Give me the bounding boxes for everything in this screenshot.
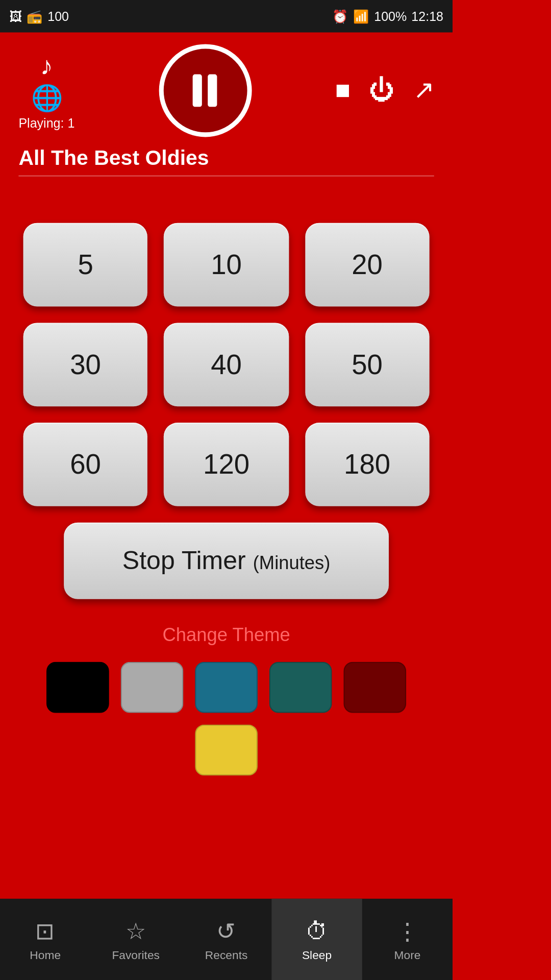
nav-item-favorites[interactable]: ☆ Favorites — [90, 899, 181, 980]
theme-swatch-darkred[interactable] — [343, 662, 406, 713]
timer-btn-50[interactable]: 50 — [305, 323, 430, 406]
nav-item-sleep[interactable]: ⏱ Sleep — [271, 899, 362, 980]
change-theme-label: Change Theme — [162, 625, 290, 646]
alarm-icon: ⏰ — [332, 9, 348, 24]
stop-timer-button[interactable]: Stop Timer (Minutes) — [64, 523, 389, 599]
header-left-icons: ♪ 🌐 Playing: 1 — [18, 51, 74, 130]
nav-label-sleep: Sleep — [302, 948, 332, 961]
signal-strength: 100 — [47, 9, 69, 23]
header-center — [159, 44, 252, 137]
globe-icon[interactable]: 🌐 — [31, 84, 62, 114]
pause-button[interactable] — [159, 44, 252, 137]
theme-swatch-yellow[interactable] — [195, 725, 258, 776]
status-right: ⏰ 📶 100% 12:18 — [332, 9, 443, 24]
nav-label-home: Home — [30, 949, 61, 962]
more-icon: ⋮ — [396, 917, 419, 945]
radio-icon: 📻 — [27, 9, 43, 24]
photo-icon: 🖼 — [9, 9, 22, 23]
nav-label-recents: Recents — [205, 949, 247, 962]
wifi-icon: 📶 — [353, 9, 369, 24]
nav-label-more: More — [394, 949, 421, 962]
home-icon: ⊡ — [35, 917, 55, 945]
favorites-icon: ☆ — [126, 917, 146, 945]
timer-btn-40[interactable]: 40 — [164, 323, 289, 406]
timer-btn-120[interactable]: 120 — [164, 423, 289, 506]
header-divider — [18, 176, 434, 177]
timer-btn-60[interactable]: 60 — [23, 423, 147, 506]
nav-label-favorites: Favorites — [112, 949, 160, 962]
theme-swatch-green[interactable] — [269, 662, 332, 713]
battery-label: 100% — [374, 9, 407, 23]
station-name: All The Best Oldies — [18, 146, 434, 171]
nav-item-home[interactable]: ⊡ Home — [0, 899, 90, 980]
timer-grid: 5 10 20 30 40 50 60 120 180 — [23, 223, 429, 506]
stop-timer-label: Stop Timer — [122, 546, 246, 575]
timer-btn-20[interactable]: 20 — [305, 223, 430, 307]
main-content: 5 10 20 30 40 50 60 120 180 Stop Timer (… — [0, 188, 453, 788]
pause-bar-left — [193, 75, 202, 107]
bottom-nav: ⊡ Home ☆ Favorites ↺ Recents ⏱ Sleep ⋮ M… — [0, 899, 453, 980]
sleep-icon: ⏱ — [305, 918, 328, 944]
pause-icon — [193, 75, 217, 107]
power-icon[interactable]: ⏻ — [369, 76, 394, 106]
recents-icon: ↺ — [216, 917, 236, 945]
timer-btn-30[interactable]: 30 — [23, 323, 147, 406]
pause-bar-right — [208, 75, 217, 107]
theme-swatch-teal[interactable] — [195, 662, 258, 713]
status-left: 🖼 📻 100 — [9, 9, 69, 24]
header-top: ♪ 🌐 Playing: 1 ■ ⏻ ↗ — [18, 44, 434, 137]
stop-timer-sub: (Minutes) — [253, 553, 331, 573]
nav-item-recents[interactable]: ↺ Recents — [181, 899, 271, 980]
status-bar: 🖼 📻 100 ⏰ 📶 100% 12:18 — [0, 0, 453, 33]
timer-btn-5[interactable]: 5 — [23, 223, 147, 307]
share-icon[interactable]: ↗ — [413, 76, 434, 106]
theme-swatch-black[interactable] — [46, 662, 109, 713]
music-note-icon[interactable]: ♪ — [40, 51, 53, 81]
theme-swatch-gray[interactable] — [121, 662, 184, 713]
timer-btn-180[interactable]: 180 — [305, 423, 430, 506]
stop-icon[interactable]: ■ — [335, 76, 350, 106]
time-display: 12:18 — [411, 9, 443, 23]
playing-label: Playing: 1 — [18, 116, 74, 130]
theme-color-swatches — [23, 662, 429, 776]
header-right-icons: ■ ⏻ ↗ — [335, 76, 434, 106]
timer-btn-10[interactable]: 10 — [164, 223, 289, 307]
nav-item-more[interactable]: ⋮ More — [362, 899, 453, 980]
header: ♪ 🌐 Playing: 1 ■ ⏻ ↗ All The Best Oldies — [0, 33, 453, 188]
